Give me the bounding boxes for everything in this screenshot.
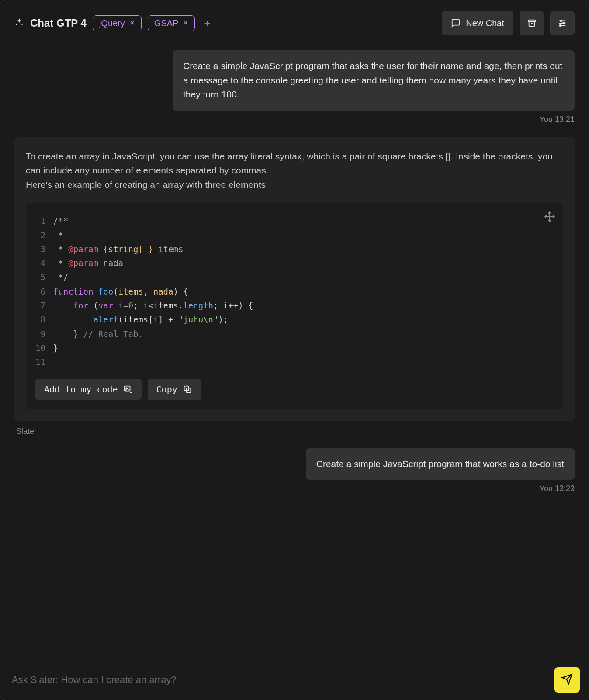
chat-input[interactable]: [9, 668, 548, 692]
send-icon: [561, 673, 573, 687]
app-title: Chat GTP 4: [30, 17, 87, 29]
archive-button[interactable]: [520, 11, 544, 35]
chat-body[interactable]: Create a simple JavaScript program that …: [0, 46, 589, 660]
new-chat-button[interactable]: New Chat: [442, 11, 513, 35]
top-bar-right: New Chat: [442, 11, 575, 35]
add-to-code-label: Add to my code: [44, 384, 118, 395]
top-bar: Chat GTP 4 jQuery ✕ GSAP ✕ + New Chat: [0, 0, 589, 46]
settings-button[interactable]: [550, 11, 575, 35]
sliders-icon: [558, 18, 567, 28]
chat-window: Chat GTP 4 jQuery ✕ GSAP ✕ + New Chat: [0, 0, 589, 700]
add-chip-button[interactable]: +: [201, 17, 213, 29]
user-bubble: Create a simple JavaScript program that …: [173, 50, 575, 111]
user-message: Create a simple JavaScript program that …: [14, 50, 575, 124]
copy-icon: [183, 385, 192, 394]
copy-button[interactable]: Copy: [148, 379, 201, 400]
new-chat-label: New Chat: [466, 18, 504, 28]
send-button[interactable]: [554, 667, 580, 693]
svg-point-3: [560, 20, 562, 22]
chip-label: GSAP: [154, 18, 179, 28]
message-meta: You 13:21: [540, 115, 575, 124]
copy-label: Copy: [156, 384, 177, 395]
code-lines: /** * * @param {string[]} items * @param…: [53, 214, 253, 369]
chip-gsap[interactable]: GSAP ✕: [148, 15, 195, 31]
expand-icon[interactable]: [544, 211, 555, 222]
code-actions: Add to my code Copy: [35, 379, 554, 400]
user-bubble: Create a simple JavaScript program that …: [306, 448, 575, 480]
top-bar-left: Chat GTP 4 jQuery ✕ GSAP ✕ +: [14, 15, 213, 31]
input-bar: [0, 660, 589, 700]
assistant-paragraph: To create an array in JavaScript, you ca…: [26, 151, 553, 176]
assistant-paragraph: Here's an example of creating an array w…: [26, 180, 268, 190]
chip-label: jQuery: [99, 18, 125, 28]
svg-point-7: [560, 25, 561, 27]
chip-jquery[interactable]: jQuery ✕: [93, 15, 142, 31]
assistant-text: To create an array in JavaScript, you ca…: [26, 149, 563, 192]
close-icon[interactable]: ✕: [183, 20, 188, 27]
svg-rect-0: [528, 20, 536, 22]
code-content: 1 2 3 4 5 6 7 8 9 10 11 /** * * @param {…: [35, 214, 554, 369]
message-meta: You 13:23: [540, 484, 575, 493]
image-code-icon: [123, 385, 133, 394]
svg-point-5: [563, 22, 565, 24]
code-gutter: 1 2 3 4 5 6 7 8 9 10 11: [35, 214, 45, 369]
sparkle-icon: [14, 17, 24, 29]
user-message: Create a simple JavaScript program that …: [14, 448, 575, 494]
add-to-code-button[interactable]: Add to my code: [35, 379, 142, 400]
assistant-meta: Slater: [16, 427, 575, 436]
close-icon[interactable]: ✕: [129, 20, 135, 27]
archive-icon: [527, 18, 537, 28]
chat-icon: [451, 18, 461, 28]
code-block: 1 2 3 4 5 6 7 8 9 10 11 /** * * @param {…: [26, 203, 563, 409]
assistant-message: To create an array in JavaScript, you ca…: [14, 137, 575, 421]
